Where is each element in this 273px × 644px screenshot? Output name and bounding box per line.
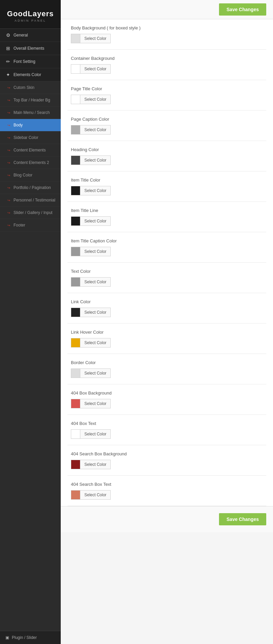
color-row-item-title-color: Item Title Color Select Color (67, 171, 266, 202)
color-picker-border-color: Select Color (71, 368, 263, 378)
color-picker-text-color: Select Color (71, 277, 263, 287)
select-color-btn-text-color[interactable]: Select Color (80, 277, 111, 287)
sidebar-label-general: General (13, 33, 28, 38)
sidebar-item-sidebar-color[interactable]: ↪ Sidebar Color (0, 132, 61, 144)
select-color-btn-404-box-text[interactable]: Select Color (80, 429, 111, 439)
arrow-icon: ↪ (7, 186, 10, 190)
color-picker-404-search-box-text: Select Color (71, 490, 263, 500)
color-swatch-link-hover-color[interactable] (71, 338, 80, 348)
select-color-btn-page-title-color[interactable]: Select Color (80, 95, 111, 104)
sidebar-item-plugin-slider[interactable]: ▣ Plugin / Slider (0, 631, 61, 644)
color-label-item-title-caption-color: Item Title Caption Color (71, 238, 263, 243)
color-row-body-background: Body Background ( for boxed style ) Sele… (67, 19, 266, 50)
sidebar-item-general[interactable]: ⚙ General (0, 29, 61, 42)
color-row-item-title-line: Item Title Line Select Color (67, 202, 266, 232)
sidebar-item-elements-color[interactable]: ✦ Elements Color (0, 68, 61, 81)
bottom-bar: Save Changes (61, 506, 273, 532)
color-swatch-item-title-caption-color[interactable] (71, 247, 80, 256)
sidebar-label-content-elements-2: Content Elements 2 (13, 160, 49, 165)
select-color-btn-container-background[interactable]: Select Color (80, 64, 111, 74)
sidebar-label-sidebar-color: Sidebar Color (13, 135, 38, 140)
color-label-404-search-box-text: 404 Search Box Text (71, 482, 263, 487)
sidebar-item-content-elements-2[interactable]: ↪ Content Elements 2 (0, 157, 61, 169)
save-changes-button-bottom[interactable]: Save Changes (219, 513, 266, 525)
color-label-item-title-color: Item Title Color (71, 177, 263, 183)
select-color-btn-404-box-background[interactable]: Select Color (80, 399, 111, 408)
select-color-btn-page-caption-color[interactable]: Select Color (80, 125, 111, 135)
color-swatch-heading-color[interactable] (71, 156, 80, 165)
sidebar-label-content-elements: Content Elements (13, 148, 46, 152)
sidebar-item-topbar[interactable]: ↪ Top Bar / Header Bg (0, 94, 61, 106)
color-picker-item-title-caption-color: Select Color (71, 247, 263, 256)
color-row-404-box-background: 404 Box Background Select Color (67, 384, 266, 415)
sidebar-label-footer: Footer (13, 223, 25, 228)
color-label-404-box-background: 404 Box Background (71, 390, 263, 396)
color-picker-404-box-text: Select Color (71, 429, 263, 439)
color-row-heading-color: Heading Color Select Color (67, 141, 266, 171)
sidebar-item-footer[interactable]: ↪ Footer (0, 219, 61, 232)
color-row-text-color: Text Color Select Color (67, 263, 266, 293)
color-swatch-item-title-line[interactable] (71, 216, 80, 226)
sidebar-item-slider-gallery[interactable]: ↪ Slider / Gallery / Input (0, 207, 61, 219)
color-swatch-404-search-box-background[interactable] (71, 460, 80, 469)
color-picker-heading-color: Select Color (71, 156, 263, 165)
select-color-btn-404-search-box-background[interactable]: Select Color (80, 460, 111, 469)
sidebar-item-content-elements[interactable]: ↪ Content Elements (0, 144, 61, 157)
sidebar-item-custom-skin[interactable]: ↪ Cutom Skin (0, 81, 61, 94)
select-color-btn-item-title-line[interactable]: Select Color (80, 216, 111, 226)
sidebar-label-body: Body (13, 123, 23, 127)
color-row-404-search-box-background: 404 Search Box Background Select Color (67, 445, 266, 476)
color-swatch-link-color[interactable] (71, 308, 80, 317)
color-swatch-404-box-text[interactable] (71, 429, 80, 439)
sidebar-item-overall-elements[interactable]: ⊞ Overall Elements (0, 42, 61, 55)
plugin-icon: ▣ (5, 635, 9, 640)
save-changes-button-top[interactable]: Save Changes (219, 3, 266, 16)
sidebar-item-blog-color[interactable]: ↪ Blog Color (0, 169, 61, 182)
select-color-btn-border-color[interactable]: Select Color (80, 368, 111, 378)
color-label-page-title-color: Page Title Color (71, 86, 263, 91)
select-color-btn-item-title-color[interactable]: Select Color (80, 186, 111, 195)
arrow-icon: ↪ (7, 211, 10, 215)
color-label-link-color: Link Color (71, 299, 263, 304)
sidebar-item-font-setting[interactable]: ✏ Font Setting (0, 55, 61, 68)
color-swatch-item-title-color[interactable] (71, 186, 80, 195)
arrow-icon: ↪ (7, 161, 10, 165)
color-swatch-text-color[interactable] (71, 277, 80, 287)
sidebar-label-main-menu: Main Menu / Search (13, 110, 50, 115)
select-color-btn-404-search-box-text[interactable]: Select Color (80, 490, 111, 500)
sidebar-item-main-menu[interactable]: ↪ Main Menu / Search (0, 106, 61, 119)
grid-icon: ⊞ (5, 46, 11, 51)
color-label-link-hover-color: Link Hover Color (71, 330, 263, 335)
sidebar-item-body[interactable]: ↪ Body (0, 119, 61, 132)
sidebar-navigation: ⚙ General ⊞ Overall Elements ✏ Font Sett… (0, 29, 61, 631)
color-row-404-box-text: 404 Box Text Select Color (67, 415, 266, 445)
sidebar-label-elements-color: Elements Color (13, 72, 41, 77)
arrow-icon: ↪ (7, 123, 10, 127)
color-swatch-page-title-color[interactable] (71, 95, 80, 104)
color-picker-item-title-color: Select Color (71, 186, 263, 195)
color-swatch-body-background[interactable] (71, 34, 80, 43)
color-swatch-border-color[interactable] (71, 368, 80, 378)
sidebar-item-portfolio[interactable]: ↪ Portfolio / Pagination (0, 182, 61, 194)
sidebar-label-topbar: Top Bar / Header Bg (13, 98, 50, 102)
color-picker-page-title-color: Select Color (71, 95, 263, 104)
color-swatch-404-box-background[interactable] (71, 399, 80, 408)
sidebar-item-personnel[interactable]: ↪ Personnel / Testimonial (0, 194, 61, 207)
select-color-btn-heading-color[interactable]: Select Color (80, 156, 111, 165)
select-color-btn-link-color[interactable]: Select Color (80, 308, 111, 317)
select-color-btn-item-title-caption-color[interactable]: Select Color (80, 247, 111, 256)
logo-subtitle: ADMIN PANEL (3, 19, 57, 22)
color-label-border-color: Border Color (71, 360, 263, 365)
color-row-border-color: Border Color Select Color (67, 354, 266, 384)
color-swatch-404-search-box-text[interactable] (71, 490, 80, 500)
sidebar-label-blog-color: Blog Color (13, 173, 32, 177)
select-color-btn-body-background[interactable]: Select Color (80, 34, 111, 43)
color-icon: ✦ (5, 72, 11, 77)
color-swatch-container-background[interactable] (71, 64, 80, 74)
select-color-btn-link-hover-color[interactable]: Select Color (80, 338, 111, 348)
arrow-icon: ↪ (7, 198, 10, 202)
color-label-page-caption-color: Page Caption Color (71, 117, 263, 122)
arrow-icon: ↪ (7, 98, 10, 102)
color-swatch-page-caption-color[interactable] (71, 125, 80, 135)
color-picker-container-background: Select Color (71, 64, 263, 74)
